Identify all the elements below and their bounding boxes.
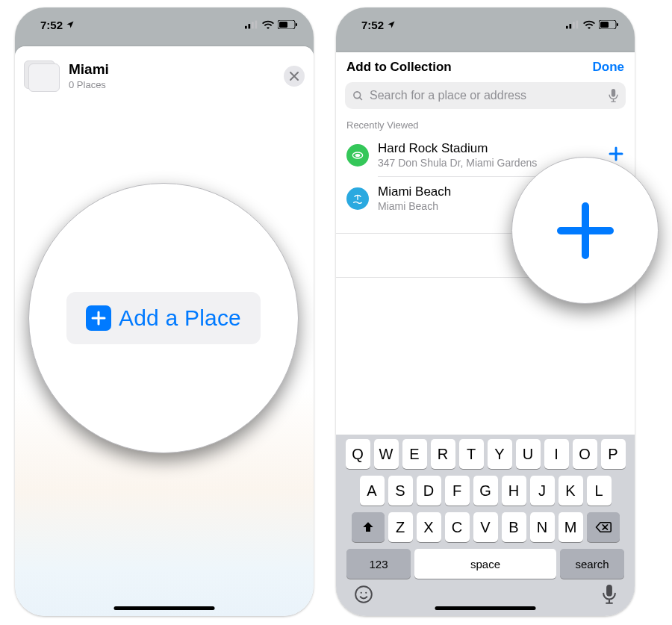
dictation-icon[interactable] <box>609 89 618 102</box>
svg-rect-2 <box>252 22 254 28</box>
key-n[interactable]: N <box>530 512 555 542</box>
key-v[interactable]: V <box>473 512 498 542</box>
svg-rect-12 <box>600 22 609 28</box>
svg-rect-3 <box>255 21 258 29</box>
svg-rect-5 <box>279 22 287 28</box>
svg-rect-6 <box>296 23 297 26</box>
add-to-collection-sheet: Add to Collection Done Recently Viewed H… <box>336 52 635 616</box>
svg-rect-22 <box>606 585 612 597</box>
keyboard-row-1: Q W E R T Y U I O P <box>339 439 632 469</box>
svg-rect-9 <box>573 22 575 28</box>
svg-rect-7 <box>566 26 568 29</box>
phone-left: 7:52 Miami 0 Places <box>15 7 314 616</box>
key-x[interactable]: X <box>417 512 441 542</box>
plus-icon <box>552 197 619 264</box>
sheet-title: Add to Collection <box>346 60 452 75</box>
search-input[interactable] <box>368 88 604 103</box>
callout-add-place: Add a Place <box>28 183 299 453</box>
collection-subtitle: 0 Places <box>69 79 109 90</box>
status-time: 7:52 <box>40 19 63 31</box>
search-field[interactable] <box>345 82 626 109</box>
plus-icon <box>608 146 624 162</box>
cellular-icon <box>245 20 258 29</box>
cellular-icon <box>566 20 579 29</box>
key-h[interactable]: H <box>502 476 526 506</box>
key-numbers[interactable]: 123 <box>346 549 411 579</box>
svg-rect-10 <box>576 21 579 29</box>
callout-plus <box>511 157 659 304</box>
keyboard-row-4: 123 space search <box>339 549 632 579</box>
key-z[interactable]: Z <box>388 512 413 542</box>
shift-icon <box>361 520 375 534</box>
close-icon <box>290 72 299 81</box>
backspace-icon <box>595 521 612 533</box>
svg-rect-16 <box>612 89 615 97</box>
list-item-title: Hard Rock Stadium <box>378 141 599 156</box>
location-icon <box>66 20 75 29</box>
home-indicator[interactable] <box>114 606 215 610</box>
key-shift[interactable] <box>352 512 385 542</box>
battery-icon <box>278 20 297 29</box>
key-u[interactable]: U <box>516 439 541 469</box>
key-r[interactable]: R <box>431 439 455 469</box>
key-f[interactable]: F <box>445 476 470 506</box>
status-bar: 7:52 <box>336 7 635 40</box>
stadium-icon <box>346 144 369 167</box>
key-w[interactable]: W <box>374 439 399 469</box>
plus-icon <box>86 305 111 331</box>
svg-rect-0 <box>245 26 247 29</box>
collection-thumb <box>24 60 61 92</box>
collection-title: Miami <box>69 62 109 78</box>
svg-rect-13 <box>617 23 618 26</box>
key-d[interactable]: D <box>417 476 441 506</box>
wifi-icon <box>583 20 595 29</box>
dictation-icon[interactable] <box>602 585 617 604</box>
location-icon <box>387 20 396 29</box>
svg-rect-1 <box>249 24 251 28</box>
section-header-recent: Recently Viewed <box>336 114 635 134</box>
keyboard-row-3: Z X C V B N M <box>339 512 632 542</box>
beach-icon <box>346 187 369 210</box>
key-y[interactable]: Y <box>488 439 512 469</box>
key-i[interactable]: I <box>544 439 569 469</box>
key-search[interactable]: search <box>560 549 624 579</box>
wifi-icon <box>262 20 274 29</box>
key-l[interactable]: L <box>587 476 612 506</box>
key-c[interactable]: C <box>445 512 470 542</box>
add-place-label: Add a Place <box>119 305 241 331</box>
phone-right: 7:52 Add to Collection Done Recently Vie… <box>336 7 635 616</box>
key-backspace[interactable] <box>587 512 620 542</box>
key-s[interactable]: S <box>388 476 413 506</box>
key-a[interactable]: A <box>360 476 385 506</box>
key-t[interactable]: T <box>459 439 484 469</box>
svg-point-19 <box>355 586 372 603</box>
key-k[interactable]: K <box>559 476 583 506</box>
key-m[interactable]: M <box>559 512 583 542</box>
close-button[interactable] <box>284 66 305 87</box>
svg-point-18 <box>355 154 361 157</box>
svg-point-20 <box>361 592 362 594</box>
svg-rect-8 <box>570 24 572 28</box>
battery-icon <box>599 20 618 29</box>
key-q[interactable]: Q <box>346 439 370 469</box>
add-place-button[interactable]: Add a Place <box>66 292 261 344</box>
keyboard[interactable]: Q W E R T Y U I O P A S D F G H <box>336 435 635 616</box>
status-time: 7:52 <box>361 19 384 31</box>
status-bar: 7:52 <box>15 7 314 40</box>
keyboard-row-2: A S D F G H J K L <box>339 476 632 506</box>
key-j[interactable]: J <box>530 476 555 506</box>
done-button[interactable]: Done <box>593 60 625 75</box>
key-b[interactable]: B <box>502 512 526 542</box>
key-o[interactable]: O <box>573 439 597 469</box>
svg-point-21 <box>365 592 367 594</box>
key-p[interactable]: P <box>601 439 626 469</box>
search-icon <box>352 90 364 102</box>
key-g[interactable]: G <box>473 476 498 506</box>
svg-line-15 <box>359 97 361 99</box>
key-space[interactable]: space <box>414 549 556 579</box>
emoji-icon[interactable] <box>354 585 373 604</box>
home-indicator[interactable] <box>435 606 536 610</box>
key-e[interactable]: E <box>402 439 427 469</box>
